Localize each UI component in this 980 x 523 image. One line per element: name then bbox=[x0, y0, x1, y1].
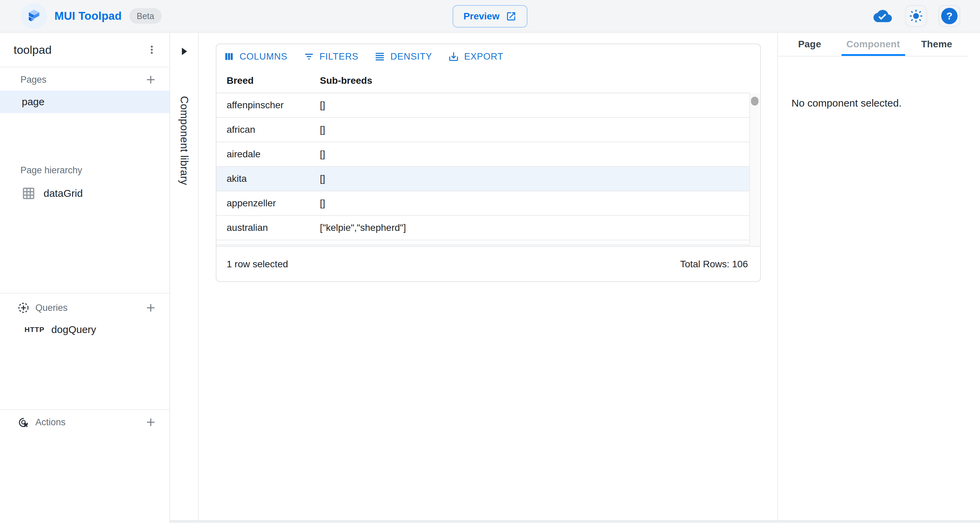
beta-badge: Beta bbox=[129, 8, 162, 24]
component-library-label: Component library bbox=[178, 96, 190, 185]
export-icon bbox=[448, 51, 460, 62]
total-rows-count: Total Rows: 106 bbox=[680, 259, 748, 269]
chevron-right-icon bbox=[180, 47, 188, 56]
datagrid-rows: affenpinscher [] african [] airedale [] … bbox=[216, 93, 750, 245]
app-header: MUI Toolpad Beta Preview ? bbox=[0, 0, 980, 33]
active-tab-indicator bbox=[842, 54, 905, 56]
page-canvas: COLUMNS FILTERS DENSITY bbox=[199, 33, 777, 523]
divider bbox=[0, 67, 169, 67]
cell-breed[interactable]: australian bbox=[216, 216, 310, 240]
project-row: toolpad bbox=[0, 33, 169, 67]
vertical-scrollbar[interactable] bbox=[749, 93, 759, 245]
divider bbox=[0, 409, 169, 410]
project-menu-button[interactable] bbox=[146, 43, 158, 56]
cell-subbreeds[interactable]: [] bbox=[310, 93, 750, 117]
plus-icon bbox=[144, 416, 157, 429]
mui-toolpad-app: MUI Toolpad Beta Preview ? bbox=[0, 0, 980, 523]
expand-component-library-button[interactable] bbox=[180, 47, 188, 56]
app-title: MUI Toolpad bbox=[54, 10, 122, 22]
dogquery-item-label: dogQuery bbox=[51, 324, 96, 335]
cell-subbreeds[interactable]: [] bbox=[310, 142, 750, 166]
sidebar-item-dogquery[interactable]: HTTP dogQuery bbox=[0, 320, 169, 339]
pages-label: Pages bbox=[21, 75, 47, 85]
open-in-new-icon bbox=[506, 11, 517, 22]
table-row[interactable]: airedale [] bbox=[216, 142, 750, 167]
sync-status-button[interactable] bbox=[872, 5, 894, 27]
no-component-message: No component selected. bbox=[791, 97, 902, 109]
table-row[interactable]: appenzeller [] bbox=[216, 191, 750, 216]
grid-icon bbox=[22, 187, 35, 200]
table-row[interactable]: african [] bbox=[216, 118, 750, 142]
filter-icon bbox=[303, 51, 315, 62]
cell-breed[interactable]: akita bbox=[216, 167, 310, 191]
inspector-tabs: Page Component Theme bbox=[778, 33, 969, 56]
cell-subbreeds[interactable]: [] bbox=[310, 118, 750, 142]
columns-icon bbox=[223, 51, 235, 62]
table-row[interactable]: affenpinscher [] bbox=[216, 93, 750, 118]
add-query-button[interactable] bbox=[144, 301, 157, 314]
hierarchy-label: Page hierarchy bbox=[21, 165, 82, 176]
cell-breed[interactable]: african bbox=[216, 118, 310, 142]
datagrid-toolbar: COLUMNS FILTERS DENSITY bbox=[216, 44, 760, 69]
sidebar-item-page[interactable]: page bbox=[0, 91, 169, 113]
density-button[interactable]: DENSITY bbox=[371, 51, 436, 62]
tab-page[interactable]: Page bbox=[778, 33, 842, 56]
component-library-panel: Component library bbox=[170, 33, 199, 523]
cloud-done-icon bbox=[873, 7, 892, 25]
theme-toggle-button[interactable] bbox=[905, 5, 927, 27]
queries-label: Queries bbox=[35, 303, 68, 313]
queries-section-header: Queries bbox=[0, 298, 169, 317]
sidebar-item-datagrid[interactable]: dataGrid bbox=[0, 182, 169, 205]
density-icon bbox=[374, 51, 385, 62]
hierarchy-section-header: Page hierarchy bbox=[0, 163, 169, 177]
plus-icon bbox=[144, 73, 157, 86]
project-name: toolpad bbox=[14, 43, 52, 56]
horizontal-scrollbar-track[interactable] bbox=[170, 520, 980, 523]
column-header-subbreeds[interactable]: Sub-breeds bbox=[310, 69, 750, 92]
header-actions: ? bbox=[872, 0, 960, 32]
export-button[interactable]: EXPORT bbox=[444, 51, 507, 62]
datagrid-component[interactable]: COLUMNS FILTERS DENSITY bbox=[216, 43, 761, 282]
add-page-button[interactable] bbox=[144, 73, 157, 86]
cell-breed[interactable]: appenzeller bbox=[216, 191, 310, 215]
cell-subbreeds[interactable]: [] bbox=[310, 191, 750, 215]
explorer-sidebar: toolpad Pages page Page hierarchy bbox=[0, 33, 170, 523]
add-action-button[interactable] bbox=[144, 416, 157, 429]
preview-label: Preview bbox=[463, 11, 500, 22]
help-button[interactable]: ? bbox=[939, 5, 960, 27]
cell-subbreeds[interactable]: ["kelpie","shepherd"] bbox=[310, 216, 750, 240]
help-icon: ? bbox=[941, 8, 958, 24]
datagrid-footer: 1 row selected Total Rows: 106 bbox=[216, 246, 760, 282]
actions-label: Actions bbox=[35, 417, 66, 428]
queries-icon bbox=[17, 301, 30, 314]
cell-breed[interactable]: airedale bbox=[216, 142, 310, 166]
plus-icon bbox=[144, 301, 157, 314]
tab-component[interactable]: Component bbox=[842, 33, 905, 56]
datagrid-header-row: Breed Sub-breeds bbox=[216, 69, 750, 93]
light-mode-icon bbox=[909, 9, 923, 23]
http-badge: HTTP bbox=[24, 325, 45, 334]
mui-logo-icon bbox=[27, 8, 41, 24]
datagrid-item-label: dataGrid bbox=[43, 188, 83, 199]
scrollbar-thumb[interactable] bbox=[751, 97, 759, 105]
table-row[interactable]: australian ["kelpie","shepherd"] bbox=[216, 216, 750, 241]
columns-button[interactable]: COLUMNS bbox=[220, 51, 291, 62]
preview-button[interactable]: Preview bbox=[453, 5, 527, 27]
table-row-selected[interactable]: akita [] bbox=[216, 167, 750, 191]
column-header-breed[interactable]: Breed bbox=[216, 69, 310, 92]
cell-breed[interactable]: affenpinscher bbox=[216, 93, 310, 117]
actions-icon bbox=[17, 416, 30, 429]
page-item-label: page bbox=[22, 96, 45, 108]
selected-rows-count: 1 row selected bbox=[227, 259, 288, 269]
table-row-partial[interactable] bbox=[216, 241, 750, 245]
pages-section-header: Pages bbox=[0, 72, 169, 88]
kebab-menu-icon bbox=[146, 43, 158, 56]
divider bbox=[0, 293, 169, 293]
filters-button[interactable]: FILTERS bbox=[300, 51, 362, 62]
brand: MUI Toolpad Beta bbox=[21, 0, 162, 32]
cell-subbreeds[interactable]: [] bbox=[310, 167, 750, 191]
inspector-panel: Page Component Theme No component select… bbox=[777, 33, 980, 523]
actions-section-header: Actions bbox=[0, 413, 169, 432]
tab-theme[interactable]: Theme bbox=[905, 33, 969, 56]
mui-logo[interactable] bbox=[21, 3, 47, 29]
